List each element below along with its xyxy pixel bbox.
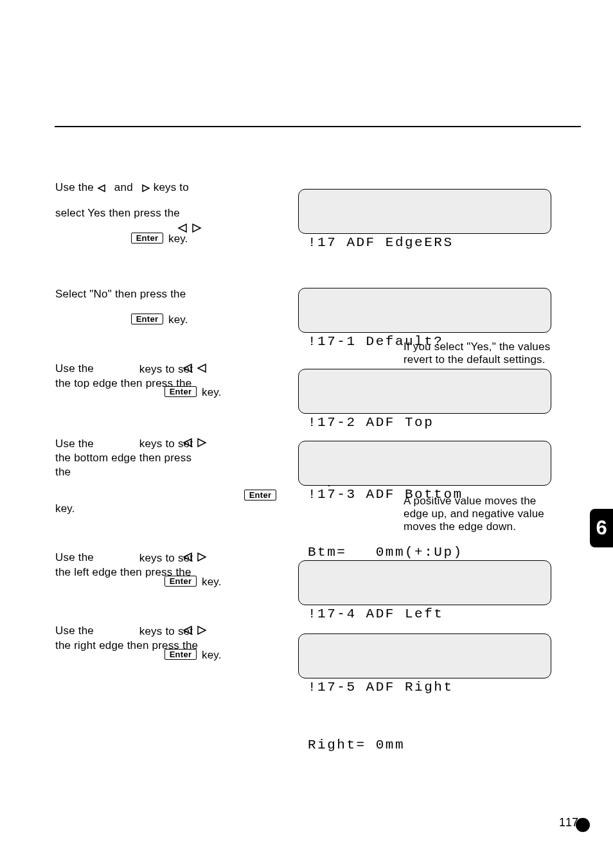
step-2-note: If you select "Yes," the values revert t… xyxy=(404,341,553,366)
svg-marker-2 xyxy=(179,224,186,232)
lcd-line: !17-2 ADF Top xyxy=(308,413,542,432)
text: keys to set xyxy=(139,363,193,375)
svg-marker-1 xyxy=(143,185,149,191)
text: keys to set xyxy=(139,438,193,450)
text: the xyxy=(55,466,71,478)
text: select Yes then press the xyxy=(55,207,180,219)
page-marker-dot xyxy=(576,818,590,832)
lcd-line: !17-4 ADF Left xyxy=(308,605,542,624)
step-4-note: A positive value moves the edge up, and … xyxy=(404,495,553,533)
lcd-line: !17-5 ADF Right xyxy=(308,678,542,697)
lcd-line: !17 ADF EdgeERS xyxy=(308,233,542,252)
step-1-text-2: select Yes then press the xyxy=(55,207,274,220)
text: keys to set xyxy=(139,552,193,564)
text: the bottom edge then press xyxy=(55,452,191,464)
text: key. xyxy=(55,502,75,515)
enter-key[interactable]: Enter xyxy=(131,233,163,244)
lcd-display-6: !17-5 ADF Right Right= 0mm xyxy=(298,633,551,678)
text: keys to xyxy=(154,181,189,193)
lcd-line: Btm= 0mm(+:Up) xyxy=(308,543,542,562)
step-4-wrap: Use the xxxxxxx keys to set the bottom e… xyxy=(55,437,274,479)
enter-key[interactable]: Enter xyxy=(164,576,197,587)
lcd-display-3: !17-2 ADF Top Top= 0mm xyxy=(298,369,551,414)
svg-marker-0 xyxy=(98,185,105,191)
text: key. xyxy=(168,233,188,245)
lcd-display-2: !17-1 Default? No/Yes xyxy=(298,288,551,333)
enter-key[interactable]: Enter xyxy=(244,490,276,500)
step-2-text: Select "No" then press the xyxy=(55,288,274,301)
left-arrow-icon xyxy=(97,183,111,196)
lcd-display-1: !17 ADF EdgeERS Change? No/Yes xyxy=(298,189,551,234)
right-arrow-icon xyxy=(136,183,150,196)
svg-marker-3 xyxy=(193,224,200,232)
text: Use the xyxy=(55,181,97,193)
text: Select "No" then press the xyxy=(55,288,186,300)
text: key. xyxy=(168,314,188,326)
enter-key[interactable]: Enter xyxy=(131,314,163,324)
enter-key[interactable]: Enter xyxy=(164,649,197,660)
text: keys to set xyxy=(139,625,193,637)
text: key. xyxy=(202,576,222,589)
header-rule xyxy=(55,126,581,127)
enter-key[interactable]: Enter xyxy=(164,386,197,397)
section-tab: 6 xyxy=(590,509,613,547)
text: key. xyxy=(202,386,222,399)
text: and xyxy=(114,181,136,193)
lcd-display-5: !17-4 ADF Left Left= 0mm xyxy=(298,560,551,605)
lcd-display-4: !17-3 ADF Bottom Btm= 0mm(+:Up) xyxy=(298,441,551,486)
lcd-line: Right= 0mm xyxy=(308,736,542,755)
step-1-text: Use the and keys to xyxy=(55,181,274,196)
text: key. xyxy=(202,649,222,662)
